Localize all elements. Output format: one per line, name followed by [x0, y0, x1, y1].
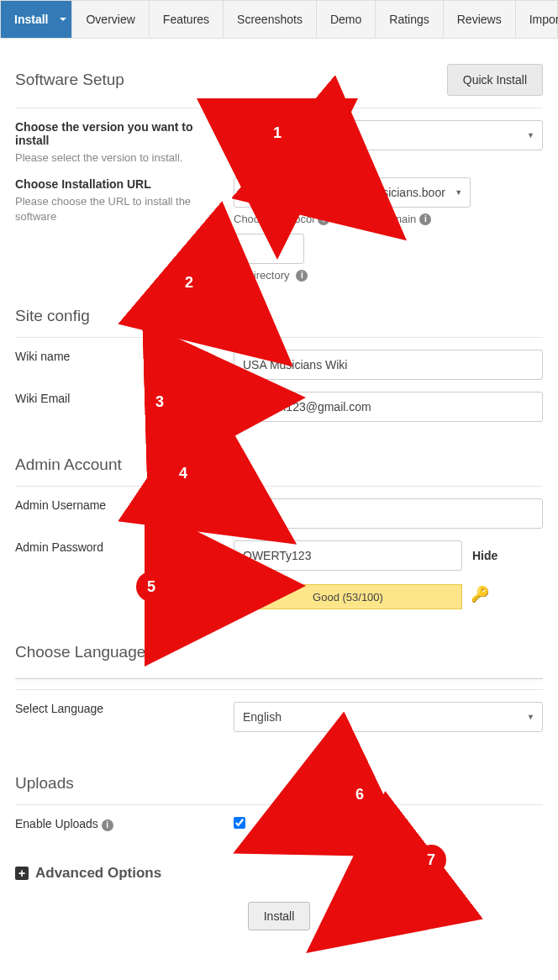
divider: [15, 337, 543, 338]
divider: [15, 678, 543, 679]
admin-username-input[interactable]: [234, 498, 543, 529]
info-icon: i: [296, 270, 308, 282]
admin-username-label: Admin Username: [15, 498, 221, 512]
key-icon[interactable]: 🔑: [471, 585, 489, 603]
plus-icon: +: [15, 867, 29, 880]
divider: [15, 486, 543, 487]
uploads-title: Uploads: [15, 774, 543, 793]
protocol-caption: Choose Protocol i: [234, 213, 329, 225]
tab-overview[interactable]: Overview: [72, 1, 149, 38]
version-help: Please select the version to install.: [15, 150, 221, 166]
info-icon: i: [102, 819, 113, 831]
tab-reviews[interactable]: Reviews: [444, 1, 516, 38]
divider: [15, 804, 543, 805]
tab-bar: Install Overview Features Screenshots De…: [0, 0, 558, 39]
language-select[interactable]: English: [234, 702, 543, 732]
install-url-label: Choose Installation URL: [15, 177, 221, 191]
enable-uploads-checkbox[interactable]: [234, 817, 245, 829]
admin-password-input[interactable]: [234, 540, 462, 571]
software-setup-title: Software Setup: [15, 71, 124, 89]
quick-install-button[interactable]: Quick Install: [447, 64, 543, 96]
info-icon: i: [419, 213, 431, 225]
version-label: Choose the version you want to install: [15, 120, 221, 147]
protocol-select[interactable]: http://: [234, 177, 292, 208]
wiki-name-input[interactable]: [234, 350, 543, 380]
version-select[interactable]: 0: [234, 120, 543, 150]
tab-install[interactable]: Install: [1, 1, 72, 38]
admin-account-title: Admin Account: [15, 456, 543, 474]
divider: [15, 689, 543, 690]
wiki-email-input[interactable]: [234, 392, 543, 422]
site-config-title: Site config: [15, 307, 543, 325]
install-button[interactable]: Install: [248, 902, 311, 930]
password-strength-meter: Good (53/100): [234, 584, 462, 609]
domain-caption: Choose Domain i: [338, 213, 471, 225]
enable-uploads-label: Enable Uploads i: [15, 817, 221, 831]
divider: [15, 108, 543, 108]
directory-caption: In Directory i: [234, 269, 308, 282]
wiki-email-label: Wiki Email: [15, 392, 221, 405]
select-language-label: Select Language: [15, 702, 221, 715]
domain-select[interactable]: usamusicians.boor: [338, 177, 471, 208]
tab-ratings[interactable]: Ratings: [376, 1, 443, 38]
directory-input[interactable]: [234, 234, 304, 264]
choose-language-title: Choose Language: [15, 643, 543, 661]
advanced-options-label: Advanced Options: [35, 865, 161, 882]
advanced-options-toggle[interactable]: + Advanced Options: [15, 865, 543, 882]
install-url-help: Please choose the URL to install the sof…: [15, 194, 221, 224]
tab-features[interactable]: Features: [150, 1, 224, 38]
hide-password-link[interactable]: Hide: [472, 549, 497, 562]
tab-import[interactable]: Import: [516, 1, 558, 38]
info-icon: i: [318, 213, 329, 225]
tab-screenshots[interactable]: Screenshots: [224, 1, 317, 38]
admin-password-label: Admin Password: [15, 540, 221, 554]
tab-demo[interactable]: Demo: [317, 1, 376, 38]
wiki-name-label: Wiki name: [15, 350, 221, 363]
